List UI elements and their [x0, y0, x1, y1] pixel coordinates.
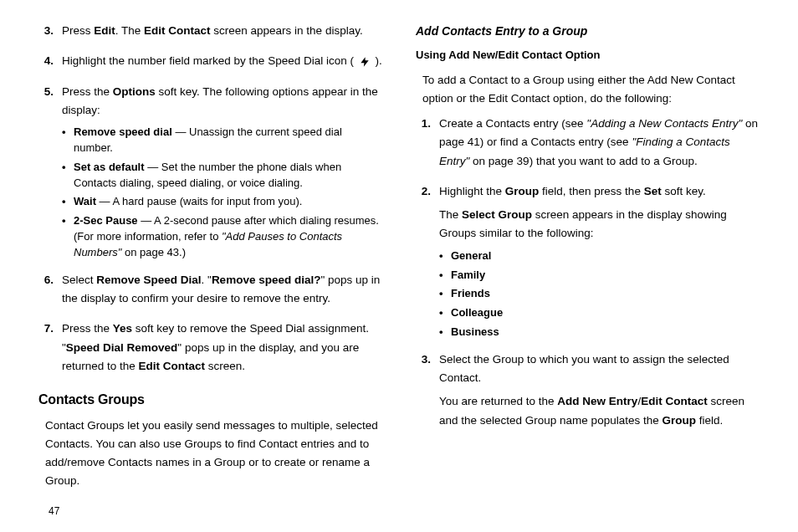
- step-3: 3. Press Edit. The Edit Contact screen a…: [38, 22, 382, 45]
- text-bold: Speed Dial Removed: [66, 341, 178, 354]
- text-bold: Friends: [451, 287, 490, 299]
- subheading-using-option: Using Add New/Edit Contact Option: [416, 46, 760, 64]
- text-bold: Remove speed dial: [74, 125, 172, 138]
- step-body: Highlight the number field marked by the…: [62, 52, 382, 75]
- text: Press the: [62, 85, 113, 98]
- text-bold: Family: [451, 269, 485, 281]
- page-number: 47: [49, 505, 59, 517]
- text-bold: Wait: [74, 195, 96, 207]
- step-6: 6. Select Remove Speed Dial. "Remove spe…: [38, 271, 382, 314]
- step-number: 7.: [38, 320, 62, 381]
- text-bold: 2-Sec Pause: [74, 214, 138, 227]
- step-body: Select the Group to which you want to as…: [439, 350, 760, 435]
- text-bold: Edit Contact: [144, 24, 211, 37]
- text: . ": [202, 274, 212, 286]
- text: Select: [62, 274, 96, 286]
- text-bold: Set as default: [74, 161, 145, 173]
- contacts-groups-intro: Contact Groups let you easily send messa…: [38, 417, 382, 491]
- step-body: Press Edit. The Edit Contact screen appe…: [62, 22, 382, 45]
- list-item: •Remove speed dial — Unassign the curren…: [62, 125, 382, 156]
- step-body: Select Remove Speed Dial. "Remove speed …: [62, 271, 382, 314]
- step-body: Create a Contacts entry (see "Adding a N…: [439, 115, 760, 176]
- text: on page 39) that you want to add to a Gr…: [469, 155, 697, 167]
- heading-add-to-group: Add Contacts Entry to a Group: [416, 22, 760, 41]
- text-bold: Colleague: [451, 306, 503, 319]
- list-item: •Friends: [439, 286, 760, 302]
- list-item: •Colleague: [439, 305, 760, 321]
- text-bold: Edit Contact: [641, 395, 708, 407]
- step-number: 4.: [38, 52, 62, 75]
- text-bold: General: [451, 249, 491, 262]
- step-3: 3. Select the Group to which you want to…: [416, 350, 760, 435]
- step-4: 4. Highlight the number field marked by …: [38, 52, 382, 75]
- text: The: [439, 208, 462, 221]
- text-bold: Group: [505, 185, 540, 197]
- step-1: 1. Create a Contacts entry (see "Adding …: [416, 115, 760, 176]
- text: ).: [375, 54, 381, 67]
- step-7: 7. Press the Yes soft key to remove the …: [38, 320, 382, 381]
- step-2: 2. Highlight the Group field, then press…: [416, 182, 760, 344]
- text-bold: Add New Entry: [557, 395, 637, 407]
- text-italic: "Adding a New Contacts Entry": [586, 117, 742, 130]
- lightning-bolt-icon: [359, 55, 371, 69]
- right-column: Add Contacts Entry to a Group Using Add …: [416, 22, 760, 515]
- text: soft key.: [662, 185, 706, 197]
- two-column-layout: 3. Press Edit. The Edit Contact screen a…: [38, 22, 760, 515]
- text: — A hard pause (waits for input from you…: [96, 195, 302, 207]
- step-body: Press the Options soft key. The followin…: [62, 83, 382, 264]
- list-item: •General: [439, 248, 760, 264]
- text: Press the: [62, 322, 113, 335]
- intro-paragraph: To add a Contact to a Group using either…: [416, 71, 760, 109]
- step-body: Highlight the Group field, then press th…: [439, 182, 760, 344]
- text: screen.: [205, 360, 245, 372]
- text: on page 43.): [121, 246, 186, 258]
- text-bold: Business: [451, 325, 499, 338]
- list-item: •Set as default — Set the number the pho…: [62, 160, 382, 192]
- step-number: 2.: [416, 182, 439, 344]
- text: field, then press the: [539, 185, 643, 197]
- step-5: 5. Press the Options soft key. The follo…: [38, 83, 382, 264]
- text-bold: Edit: [94, 24, 115, 37]
- speed-dial-icon: [357, 55, 372, 69]
- text-bold: Options: [113, 85, 156, 98]
- heading-contacts-groups: Contacts Groups: [38, 389, 382, 411]
- text: Highlight the number field marked by the…: [62, 54, 354, 67]
- list-item: •2-Sec Pause — A 2-second pause after wh…: [62, 213, 382, 261]
- text: . The: [115, 24, 144, 37]
- text-bold: Group: [662, 414, 696, 427]
- list-item: •Family: [439, 268, 760, 284]
- step-number: 5.: [38, 83, 62, 264]
- list-item: •Wait — A hard pause (waits for input fr…: [62, 194, 382, 210]
- text: Create a Contacts entry (see: [439, 117, 586, 130]
- text: You are returned to the: [439, 395, 557, 407]
- text-bold: Edit Contact: [139, 360, 206, 372]
- text-bold: Remove Speed Dial: [96, 274, 201, 286]
- text: Select the Group to which you want to as…: [439, 350, 760, 388]
- text-bold: Remove speed dial?: [212, 274, 321, 286]
- left-column: 3. Press Edit. The Edit Contact screen a…: [38, 22, 382, 515]
- step-number: 6.: [38, 271, 62, 314]
- step-number: 3.: [38, 22, 62, 45]
- step-number: 3.: [416, 350, 439, 435]
- text: Press: [62, 24, 94, 37]
- text-bold: Yes: [113, 322, 132, 335]
- step-number: 1.: [416, 115, 439, 176]
- text-bold: Select Group: [462, 208, 532, 221]
- groups-list: •General •Family •Friends •Colleague •Bu…: [439, 248, 760, 340]
- list-item: •Business: [439, 325, 760, 340]
- options-list: •Remove speed dial — Unassign the curren…: [62, 125, 382, 261]
- text: screen appears in the display.: [211, 24, 363, 37]
- text-bold: Set: [644, 185, 662, 197]
- text: field.: [696, 414, 723, 427]
- text: Highlight the: [439, 185, 505, 197]
- step-body: Press the Yes soft key to remove the Spe…: [62, 320, 382, 381]
